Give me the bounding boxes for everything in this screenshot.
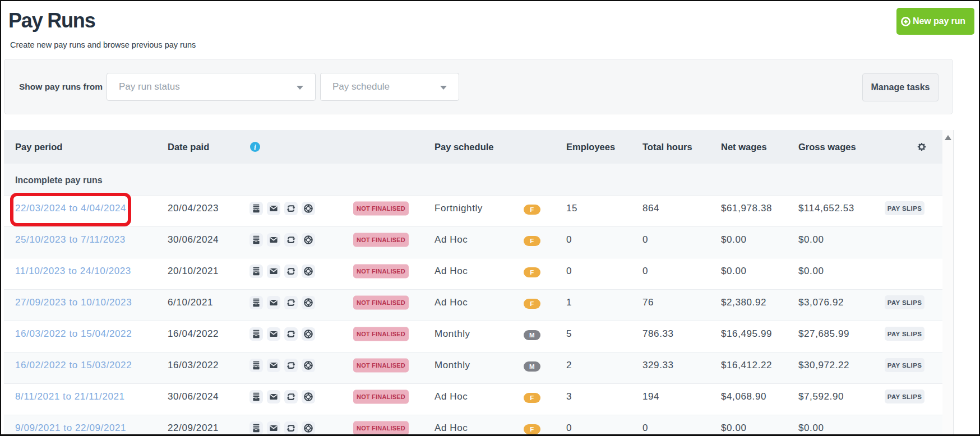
svg-text:i: i	[254, 143, 256, 151]
